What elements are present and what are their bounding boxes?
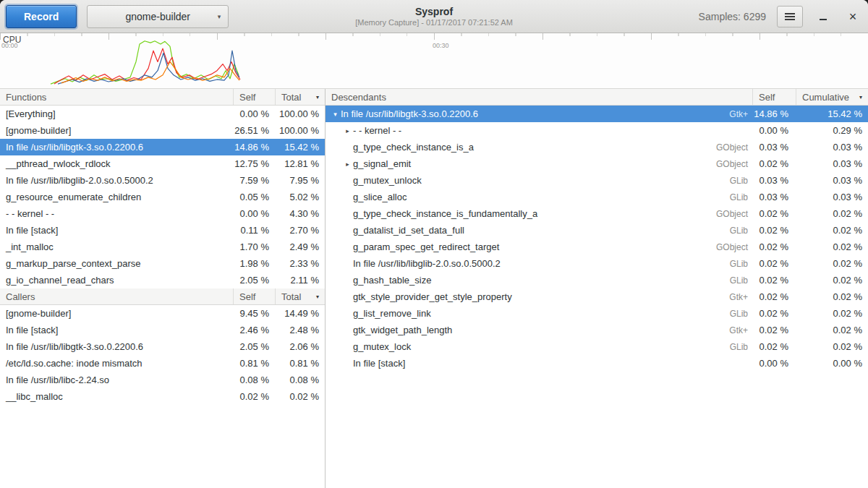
function-name: In file /usr/lib/libgtk-3.so.0.2200.6 [0,142,233,153]
column-header-self[interactable]: Self [752,89,796,105]
expander-closed-icon[interactable]: ▸ [342,127,353,134]
descendants-table-header: Descendants Self Cumulative ▾ [326,89,868,106]
self-percent: 0.02 % [752,241,796,252]
function-name: In file /usr/lib/libglib-2.0.so.0.5000.2 [0,175,233,186]
table-row[interactable]: ▸- - kernel - -0.00 %0.29 % [326,122,868,139]
self-percent: 0.02 % [752,341,796,352]
expander-closed-icon[interactable]: ▸ [342,160,353,168]
table-row[interactable]: [Everything]0.00 %100.00 % [0,106,325,122]
cumulative-percent: 0.03 % [796,158,868,169]
total-percent: 7.95 % [275,175,325,186]
self-percent: 0.02 % [752,258,796,269]
table-row[interactable]: g_resource_enumerate_children0.05 %5.02 … [0,189,325,205]
table-row[interactable]: In file /usr/lib/libgtk-3.so.0.2200.62.0… [0,338,325,355]
descendant-cell: g_hash_table_sizeGLib [326,275,752,286]
cpu-timeline[interactable]: CPU 00:00 00:30 [0,33,868,89]
table-row[interactable]: g_markup_parse_context_parse1.98 %2.33 % [0,255,325,272]
category-label: Gtk+ [729,325,752,335]
table-row[interactable]: gtk_style_provider_get_style_propertyGtk… [326,288,868,305]
column-header-callers[interactable]: Callers [0,288,233,304]
table-row[interactable]: In file [stack]0.11 %2.70 % [0,222,325,239]
self-percent: 0.02 % [752,291,796,302]
sysprof-window: Record gnome-builder ▾ Sysprof [Memory C… [0,0,868,488]
table-row[interactable]: - - kernel - -0.00 %4.30 % [0,205,325,222]
cumulative-percent: 0.02 % [796,275,868,286]
function-name: g_slice_alloc [353,192,730,202]
table-row[interactable]: [gnome-builder]26.51 %100.00 % [0,122,325,139]
self-percent: 7.59 % [233,175,275,186]
category-label: GLib [730,309,752,319]
total-percent: 5.02 % [275,192,325,202]
table-row[interactable]: In file /usr/lib/libc-2.24.so0.08 %0.08 … [0,372,325,388]
table-row[interactable]: g_list_remove_linkGLib0.02 %0.02 % [326,305,868,322]
cumulative-percent: 0.03 % [796,142,868,153]
samples-count: Samples: 6299 [699,11,766,22]
window-title-block: Sysprof [Memory Capture] - 01/17/2017 07… [355,6,513,27]
cumulative-percent: 0.29 % [796,125,868,136]
column-header-cumulative[interactable]: Cumulative ▾ [796,89,868,105]
descendant-cell: g_mutex_lockGLib [326,341,752,352]
column-header-descendants[interactable]: Descendants [326,89,752,105]
table-row[interactable]: In file /usr/lib/libglib-2.0.so.0.5000.2… [326,255,868,272]
category-label: GObject [716,142,752,153]
table-row[interactable]: ▸g_signal_emitGObject0.02 %0.03 % [326,155,868,172]
headerbar-right-cluster: Samples: 6299 × [699,6,862,27]
function-name: [gnome-builder] [0,308,233,319]
table-row[interactable]: g_datalist_id_set_data_fullGLib0.02 %0.0… [326,222,868,239]
table-row[interactable]: g_slice_allocGLib0.03 %0.03 % [326,189,868,205]
time-label-start: 00:00 [1,42,18,49]
descendant-cell: ▸- - kernel - - [326,125,752,136]
table-row[interactable]: /etc/ld.so.cache: inode mismatch0.81 %0.… [0,355,325,372]
app-title: Sysprof [355,6,513,18]
functions-table: [Everything]0.00 %100.00 %[gnome-builder… [0,106,325,288]
descendant-cell: gtk_style_provider_get_style_propertyGtk… [326,291,752,302]
table-row[interactable]: In file [stack]0.00 %0.00 % [326,355,868,372]
total-percent: 14.49 % [275,308,325,319]
expander-open-icon[interactable]: ▾ [330,111,341,118]
total-percent: 0.02 % [275,391,325,402]
cumulative-percent: 0.03 % [796,175,868,186]
table-row[interactable]: __libc_malloc0.02 %0.02 % [0,388,325,405]
self-percent: 0.00 % [752,358,796,369]
table-row[interactable]: g_type_check_instance_is_aGObject0.03 %0… [326,139,868,155]
callers-table-header: Callers Self Total ▾ [0,288,325,305]
column-header-total[interactable]: Total ▾ [275,89,325,105]
cumulative-percent: 0.03 % [796,192,868,202]
record-button[interactable]: Record [6,5,77,28]
table-row[interactable]: g_param_spec_get_redirect_targetGObject0… [326,239,868,255]
column-header-total[interactable]: Total ▾ [275,288,325,304]
function-name: /etc/ld.so.cache: inode mismatch [0,358,233,369]
column-header-self[interactable]: Self [233,89,275,105]
table-row[interactable]: _int_malloc1.70 %2.49 % [0,239,325,255]
category-label: GLib [730,226,752,236]
function-name: g_resource_enumerate_children [0,192,233,202]
table-row[interactable]: __pthread_rwlock_rdlock12.75 %12.81 % [0,155,325,172]
function-name: __libc_malloc [0,391,233,402]
table-row[interactable]: [gnome-builder]9.45 %14.49 % [0,305,325,322]
column-header-self[interactable]: Self [233,288,275,304]
function-name: - - kernel - - [353,125,748,136]
table-row[interactable]: g_hash_table_sizeGLib0.02 %0.02 % [326,272,868,288]
table-row[interactable]: g_io_channel_read_chars2.05 %2.11 % [0,272,325,288]
table-row[interactable]: In file /usr/lib/libglib-2.0.so.0.5000.2… [0,172,325,189]
column-header-label: Total [281,291,301,302]
table-row[interactable]: g_mutex_lockGLib0.02 %0.02 % [326,338,868,355]
column-header-functions[interactable]: Functions [0,89,233,105]
descendant-cell: g_mutex_unlockGLib [326,175,752,186]
menu-button[interactable] [777,6,803,27]
table-row[interactable]: ▾In file /usr/lib/libgtk-3.so.0.2200.6Gt… [326,106,868,122]
self-percent: 14.86 % [233,142,275,153]
table-row[interactable]: In file [stack]2.46 %2.48 % [0,322,325,338]
close-button[interactable]: × [843,7,862,26]
table-row[interactable]: g_mutex_unlockGLib0.03 %0.03 % [326,172,868,189]
process-selector-dropdown[interactable]: gnome-builder ▾ [87,5,229,28]
category-label: GObject [716,242,752,252]
function-name: In file /usr/lib/libgtk-3.so.0.2200.6 [0,341,233,352]
table-row[interactable]: In file /usr/lib/libgtk-3.so.0.2200.614.… [0,139,325,155]
column-header-label: Descendants [331,92,386,103]
table-row[interactable]: gtk_widget_path_lengthGtk+0.02 %0.02 % [326,322,868,338]
minimize-button[interactable] [814,7,833,26]
table-row[interactable]: g_type_check_instance_is_fundamentally_a… [326,205,868,222]
sort-descending-icon: ▾ [316,294,319,300]
descendant-cell: g_type_check_instance_is_aGObject [326,142,752,153]
